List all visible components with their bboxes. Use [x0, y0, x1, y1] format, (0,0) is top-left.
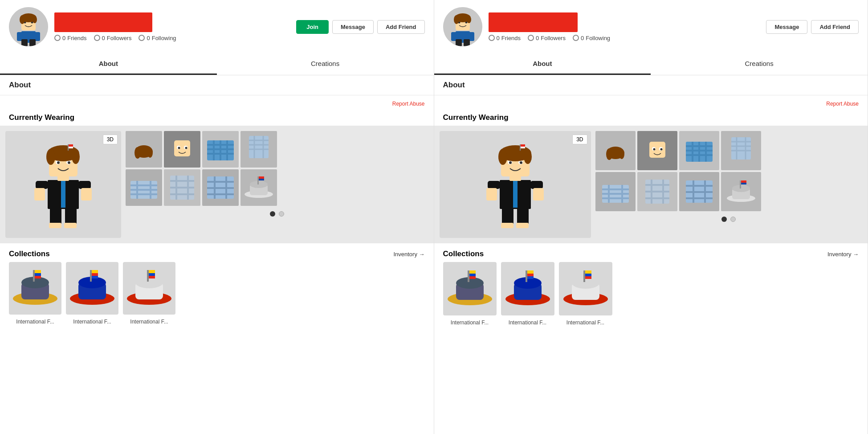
- svg-rect-193: [526, 270, 527, 282]
- item-shirt-right[interactable]: [679, 131, 719, 170]
- item-5-left[interactable]: [126, 169, 162, 206]
- svg-rect-182: [741, 183, 746, 184]
- svg-point-131: [520, 161, 522, 164]
- tab-about-right[interactable]: About: [434, 53, 651, 75]
- message-button-right[interactable]: Message: [766, 20, 807, 34]
- items-row-2-right: [595, 172, 863, 211]
- wearing-container-left: 3D: [0, 126, 434, 243]
- svg-rect-39: [174, 140, 190, 156]
- collection-item-2-left[interactable]: International F...: [66, 262, 118, 325]
- character-3d-right: 3D: [440, 131, 591, 238]
- carousel-dots-right: [595, 213, 863, 224]
- item-7-left[interactable]: [202, 169, 239, 206]
- collection-item-1-right[interactable]: International F...: [443, 262, 497, 326]
- item-6-right[interactable]: [637, 172, 677, 211]
- following-stat-right: 0 Following: [573, 35, 610, 41]
- svg-rect-141: [649, 142, 665, 158]
- friends-count-right: 0: [497, 35, 500, 41]
- tab-creations-left[interactable]: Creations: [217, 53, 434, 75]
- svg-rect-194: [527, 270, 534, 274]
- avatar-left: [9, 7, 48, 46]
- svg-rect-33: [68, 144, 69, 151]
- item-8-left[interactable]: [240, 169, 277, 206]
- svg-rect-19: [81, 188, 92, 201]
- svg-point-130: [509, 161, 512, 164]
- following-count-right: 0: [581, 35, 584, 41]
- item-6-left[interactable]: [164, 169, 200, 206]
- svg-rect-85: [35, 270, 41, 273]
- item-pants-right[interactable]: [721, 131, 761, 170]
- join-button-left[interactable]: Join: [296, 20, 329, 34]
- inventory-link-left[interactable]: Inventory →: [393, 251, 424, 258]
- dot-2-right[interactable]: [730, 217, 736, 222]
- tab-about-left[interactable]: About: [0, 53, 217, 75]
- friends-stat-right: 0 Friends: [489, 35, 521, 41]
- svg-rect-34: [69, 144, 73, 147]
- inventory-link-right[interactable]: Inventory →: [827, 251, 859, 258]
- collections-header-right: Collections Inventory →: [434, 243, 868, 262]
- svg-rect-84: [33, 270, 35, 282]
- item-shirt-left[interactable]: [202, 131, 239, 168]
- svg-point-133: [498, 149, 507, 165]
- carousel-dots-left: [126, 208, 428, 218]
- item-7-right[interactable]: [679, 172, 719, 211]
- collection-item-3-left[interactable]: International F...: [123, 262, 175, 325]
- item-face-right[interactable]: [637, 131, 677, 170]
- tab-creations-right[interactable]: Creations: [651, 53, 868, 75]
- about-section-title-right: About: [434, 75, 868, 91]
- report-abuse-right[interactable]: Report Abuse: [434, 99, 868, 109]
- header-actions-right: Message Add Friend: [766, 20, 859, 34]
- svg-rect-196: [527, 276, 534, 279]
- svg-rect-125: [516, 223, 529, 228]
- friends-dot-right: [489, 35, 495, 41]
- collection-item-3-right[interactable]: International F...: [559, 262, 612, 326]
- collection-item-2-right[interactable]: International F...: [501, 262, 554, 326]
- report-abuse-left[interactable]: Report Abuse: [0, 99, 434, 109]
- collection-thumb-3-left: [123, 262, 175, 315]
- item-5-right[interactable]: [595, 172, 636, 211]
- btn-3d-left[interactable]: 3D: [103, 135, 118, 144]
- items-row-1-left: [126, 131, 428, 168]
- following-count-left: 0: [147, 35, 150, 41]
- svg-point-37: [134, 147, 141, 159]
- svg-rect-86: [35, 273, 41, 276]
- svg-rect-98: [147, 270, 149, 282]
- item-hair-right[interactable]: [595, 131, 636, 170]
- svg-rect-181: [741, 180, 746, 183]
- svg-rect-15: [65, 180, 79, 209]
- dot-2-left[interactable]: [279, 211, 284, 217]
- svg-rect-137: [521, 147, 525, 148]
- svg-rect-78: [257, 176, 259, 184]
- svg-point-28: [57, 161, 60, 164]
- svg-rect-189: [469, 276, 476, 279]
- friends-stat-left: 0 Friends: [54, 35, 87, 41]
- collection-thumb-3-right: [559, 262, 612, 315]
- svg-rect-4: [21, 39, 28, 46]
- add-friend-button-left[interactable]: Add Friend: [377, 20, 425, 34]
- svg-rect-99: [149, 270, 155, 273]
- friends-label-left: Friends: [67, 35, 86, 41]
- followers-label-right: Followers: [541, 35, 566, 41]
- wearing-title-right: Currently Wearing: [434, 109, 868, 126]
- dot-1-left[interactable]: [270, 211, 275, 217]
- svg-rect-93: [92, 273, 98, 276]
- svg-rect-17: [78, 181, 91, 189]
- collection-label-2-right: International F...: [509, 319, 546, 326]
- collection-thumb-1-left: [9, 262, 61, 315]
- item-face-left[interactable]: [164, 131, 200, 168]
- btn-3d-right[interactable]: 3D: [572, 135, 587, 144]
- svg-rect-35: [69, 147, 73, 148]
- collection-item-1-left[interactable]: International F...: [9, 262, 61, 325]
- svg-rect-107: [464, 39, 470, 46]
- add-friend-button-right[interactable]: Add Friend: [811, 20, 859, 34]
- item-8-right[interactable]: [721, 172, 761, 211]
- svg-rect-202: [585, 274, 591, 276]
- item-hair-left[interactable]: [126, 131, 162, 168]
- svg-rect-5: [29, 39, 36, 46]
- collection-label-3-right: International F...: [566, 319, 604, 326]
- following-label-right: Following: [586, 35, 610, 41]
- item-pants-left[interactable]: [240, 131, 277, 168]
- dot-1-right[interactable]: [721, 217, 727, 222]
- following-label-left: Following: [152, 35, 176, 41]
- message-button-left[interactable]: Message: [332, 20, 374, 34]
